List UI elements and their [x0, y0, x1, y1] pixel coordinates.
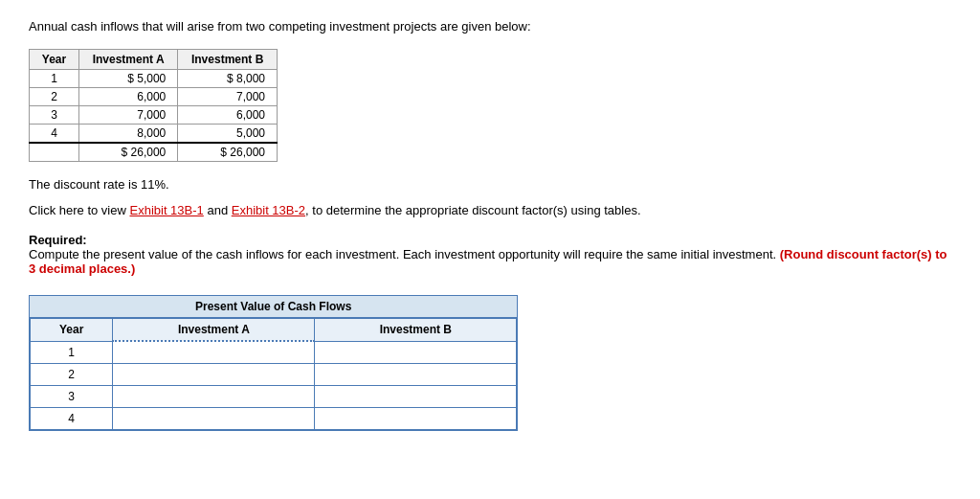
- required-section: Required: Compute the present value of t…: [29, 233, 951, 276]
- pv-year-1: 1: [31, 341, 113, 364]
- pv-inv-a-2[interactable]: [113, 364, 315, 386]
- pv-year-3: 3: [31, 386, 113, 408]
- pv-inv-a-1[interactable]: [113, 341, 315, 364]
- pv-inv-b-2-input[interactable]: [344, 368, 487, 381]
- pv-table-row: 1: [31, 341, 517, 364]
- pv-inv-b-4[interactable]: [315, 408, 517, 430]
- discount-rate-text: The discount rate is 11%.: [29, 177, 951, 192]
- pv-year-2: 2: [31, 364, 113, 386]
- pv-col-inv-b: Investment B: [315, 319, 517, 342]
- required-text: Compute the present value of the cash in…: [29, 247, 780, 261]
- pv-inv-b-4-input[interactable]: [344, 412, 487, 425]
- inv-a-cell: 6,000: [79, 88, 178, 106]
- pv-inv-b-2[interactable]: [315, 364, 517, 386]
- year-cell: 4: [30, 125, 79, 144]
- pv-table-outer: Present Value of Cash Flows Year Investm…: [29, 295, 518, 431]
- pv-year-4: 4: [31, 408, 113, 430]
- inv-b-cell: $ 8,000: [178, 70, 278, 88]
- pv-inv-a-2-input[interactable]: [142, 368, 285, 381]
- exhibit-line: Click here to view Exhibit 13B-1 and Exh…: [29, 203, 951, 217]
- total-label: [30, 143, 79, 162]
- pv-inv-b-1[interactable]: [315, 341, 517, 364]
- pv-inv-a-3[interactable]: [113, 386, 315, 408]
- pv-inv-a-3-input[interactable]: [142, 390, 285, 403]
- table-row: 2 6,000 7,000: [30, 88, 278, 106]
- pv-table-row: 4: [31, 408, 517, 430]
- pv-col-inv-a: Investment A: [113, 319, 315, 342]
- col-header-year: Year: [30, 50, 79, 70]
- exhibit-prefix: Click here to view: [29, 203, 129, 217]
- col-header-inv-a: Investment A: [79, 50, 178, 70]
- exhibit-2-link[interactable]: Exhibit 13B-2: [232, 203, 305, 217]
- year-cell: 2: [30, 88, 79, 106]
- inv-b-cell: 5,000: [178, 125, 278, 144]
- required-paragraph: Required: Compute the present value of t…: [29, 233, 951, 276]
- pv-col-year: Year: [31, 319, 113, 342]
- pv-table-wrapper: Present Value of Cash Flows Year Investm…: [29, 295, 951, 431]
- col-header-inv-b: Investment B: [178, 50, 278, 70]
- exhibit-middle: and: [204, 203, 232, 217]
- year-cell: 3: [30, 106, 79, 125]
- required-label: Required:: [29, 233, 87, 247]
- pv-inv-b-1-input[interactable]: [344, 346, 487, 359]
- year-cell: 1: [30, 70, 79, 88]
- inv-a-cell: 8,000: [79, 125, 178, 144]
- pv-inv-b-3-input[interactable]: [344, 390, 487, 403]
- exhibit-suffix: , to determine the appropriate discount …: [305, 203, 640, 217]
- pv-table-row: 3: [31, 386, 517, 408]
- input-table-container: Year Investment A Investment B 1 $ 5,000…: [29, 49, 951, 162]
- table-row: 3 7,000 6,000: [30, 106, 278, 125]
- pv-inv-a-4[interactable]: [113, 408, 315, 430]
- pv-table-header: Present Value of Cash Flows: [30, 296, 517, 318]
- pv-table-row: 2: [31, 364, 517, 386]
- total-inv-b: $ 26,000: [178, 143, 278, 162]
- table-row: 1 $ 5,000 $ 8,000: [30, 70, 278, 88]
- inv-a-cell: 7,000: [79, 106, 178, 125]
- pv-inv-a-4-input[interactable]: [142, 412, 285, 425]
- pv-inv-b-3[interactable]: [315, 386, 517, 408]
- input-table: Year Investment A Investment B 1 $ 5,000…: [29, 49, 278, 162]
- total-row: $ 26,000 $ 26,000: [30, 143, 278, 162]
- pv-table: Year Investment A Investment B 1 2: [30, 318, 517, 430]
- inv-b-cell: 7,000: [178, 88, 278, 106]
- pv-inv-a-1-input[interactable]: [142, 346, 285, 359]
- exhibit-1-link[interactable]: Exhibit 13B-1: [129, 203, 203, 217]
- inv-a-cell: $ 5,000: [79, 70, 178, 88]
- total-inv-a: $ 26,000: [79, 143, 178, 162]
- inv-b-cell: 6,000: [178, 106, 278, 125]
- intro-paragraph: Annual cash inflows that will arise from…: [29, 19, 951, 34]
- table-row: 4 8,000 5,000: [30, 125, 278, 144]
